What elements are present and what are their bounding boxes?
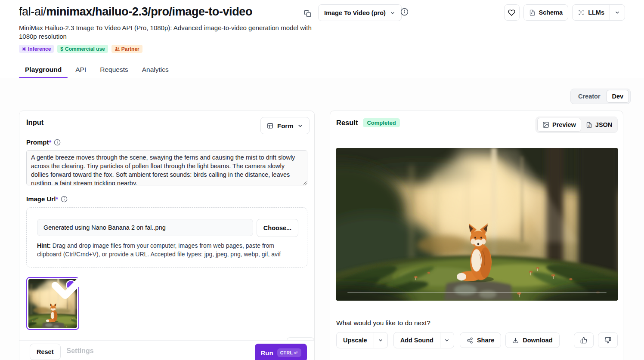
- title-namespace: fal-ai/: [19, 5, 46, 18]
- download-button[interactable]: Download: [505, 332, 559, 348]
- form-view-dropdown[interactable]: Form: [260, 117, 310, 134]
- download-icon: [512, 337, 519, 344]
- thumbs-up-icon: [580, 337, 587, 344]
- input-panel: Input Form Prompt* A gentle breeze moves…: [19, 111, 315, 360]
- input-image-thumbnail[interactable]: [26, 277, 79, 330]
- share-icon: [467, 337, 473, 344]
- page-title: fal-ai/minimax/hailuo-2.3/pro/image-to-v…: [19, 5, 252, 18]
- result-header: Result Completed: [336, 118, 400, 127]
- image-icon: [542, 121, 549, 128]
- required-marker: *: [56, 195, 58, 203]
- add-sound-button-label: Add Sound: [400, 337, 433, 344]
- share-button[interactable]: Share: [460, 332, 501, 348]
- tab-bar: Playground API Requests Analytics: [0, 62, 644, 78]
- dollar-icon: $: [60, 46, 63, 52]
- run-button[interactable]: Run CTRL ↵: [255, 344, 307, 360]
- badge-row: Inference $ Commercial use Partner: [19, 45, 142, 53]
- upscale-options-button[interactable]: [374, 332, 387, 348]
- sparkle-icon: [22, 47, 26, 51]
- add-sound-split-button: Add Sound: [393, 332, 454, 348]
- image-url-field-label: Image Url*: [26, 195, 68, 203]
- llms-icon: [578, 9, 585, 16]
- endpoint-selector-dropdown[interactable]: Image To Video (pro): [318, 4, 402, 21]
- prompt-field-label: Prompt*: [26, 138, 61, 146]
- prompt-textarea[interactable]: A gentle breeze moves through the scene,…: [26, 150, 307, 185]
- run-button-label: Run: [260, 349, 273, 357]
- schema-button[interactable]: Schema: [523, 4, 569, 21]
- badge-commercial-use: $ Commercial use: [57, 45, 108, 53]
- heart-icon: [508, 9, 515, 16]
- tab-analytics[interactable]: Analytics: [136, 62, 175, 78]
- llms-button-label: LLMs: [588, 9, 604, 16]
- chevron-down-icon: [297, 123, 303, 129]
- model-description: MiniMax Hailuo-2.3 Image To Video API (P…: [19, 24, 323, 41]
- form-layout-icon: [266, 122, 274, 129]
- input-panel-title: Input: [26, 118, 43, 126]
- copy-icon: [304, 10, 311, 17]
- upscale-button[interactable]: Upscale: [337, 332, 374, 348]
- svg-text:{}: {}: [588, 124, 590, 127]
- tab-playground[interactable]: Playground: [19, 62, 68, 78]
- image-dropzone[interactable]: Choose... Hint: Drag and drop image file…: [26, 207, 307, 268]
- info-icon[interactable]: [54, 139, 61, 146]
- tab-preview[interactable]: Preview: [537, 118, 581, 132]
- hint-text: Drag and drop image files from your comp…: [37, 242, 281, 258]
- mode-dev[interactable]: Dev: [607, 90, 629, 103]
- tab-json[interactable]: {} JSON: [581, 118, 617, 131]
- partner-icon: [115, 46, 120, 51]
- llms-button[interactable]: LLMs: [573, 5, 610, 20]
- result-view-switch: Preview {} JSON: [536, 117, 618, 133]
- video-progress-bar[interactable]: [347, 292, 607, 293]
- tab-requests[interactable]: Requests: [94, 62, 134, 78]
- badge-inference-label: Inference: [28, 46, 51, 52]
- dropzone-hint: Hint: Drag and drop image files from you…: [37, 241, 297, 258]
- model-playground-page: fal-ai/minimax/hailuo-2.3/pro/image-to-v…: [0, 0, 644, 360]
- chevron-down-icon: [390, 10, 396, 16]
- tab-preview-label: Preview: [552, 121, 576, 128]
- result-panel: Result Completed Preview {} JSON What wo…: [330, 111, 623, 360]
- endpoint-selector-label: Image To Video (pro): [324, 9, 386, 16]
- add-sound-options-button[interactable]: [440, 332, 454, 348]
- add-sound-button[interactable]: Add Sound: [394, 332, 440, 348]
- hint-prefix: Hint:: [37, 242, 51, 249]
- choose-file-label: Choose...: [263, 225, 291, 231]
- thumbs-down-button[interactable]: [598, 332, 618, 348]
- chevron-down-icon: [444, 337, 450, 343]
- info-icon[interactable]: [61, 196, 68, 203]
- result-video-frame: [336, 148, 618, 301]
- badge-partner: Partner: [111, 45, 142, 53]
- upscale-split-button: Upscale: [336, 332, 388, 348]
- required-marker: *: [49, 138, 52, 146]
- choose-file-button[interactable]: Choose...: [257, 219, 298, 237]
- form-view-label: Form: [277, 122, 294, 129]
- badge-commercial-label: Commercial use: [65, 46, 105, 52]
- result-video-player[interactable]: [336, 148, 618, 301]
- tab-api[interactable]: API: [69, 62, 92, 78]
- chevron-down-icon: [378, 337, 384, 343]
- chevron-down-icon: [614, 9, 620, 15]
- mode-toggle: Creator Dev: [570, 89, 631, 104]
- run-footer: Reset Settings Run CTRL ↵: [19, 340, 314, 360]
- info-icon: [400, 8, 409, 16]
- reset-button[interactable]: Reset: [30, 344, 61, 360]
- run-shortcut-hint: CTRL ↵: [277, 348, 301, 357]
- thumbs-down-icon: [604, 337, 611, 344]
- result-panel-title: Result: [336, 119, 358, 127]
- thumbs-up-button[interactable]: [574, 332, 594, 348]
- schema-button-label: Schema: [539, 9, 563, 16]
- llms-button-group: LLMs: [572, 4, 625, 21]
- download-button-label: Download: [523, 337, 552, 344]
- copy-model-id-button[interactable]: [303, 9, 312, 18]
- badge-inference: Inference: [19, 45, 54, 53]
- favorite-button[interactable]: [504, 4, 520, 21]
- endpoint-info-button[interactable]: [400, 8, 409, 16]
- file-icon: [529, 9, 536, 16]
- reset-button-label: Reset: [37, 348, 54, 355]
- upscale-button-label: Upscale: [343, 337, 367, 344]
- mode-creator[interactable]: Creator: [572, 90, 607, 102]
- title-model-path: minimax/hailuo-2.3/pro/image-to-video: [46, 5, 252, 18]
- image-file-name-input[interactable]: [37, 219, 253, 236]
- llms-dropdown-button[interactable]: [610, 5, 625, 20]
- status-badge: Completed: [363, 118, 399, 127]
- tab-json-label: JSON: [595, 121, 613, 128]
